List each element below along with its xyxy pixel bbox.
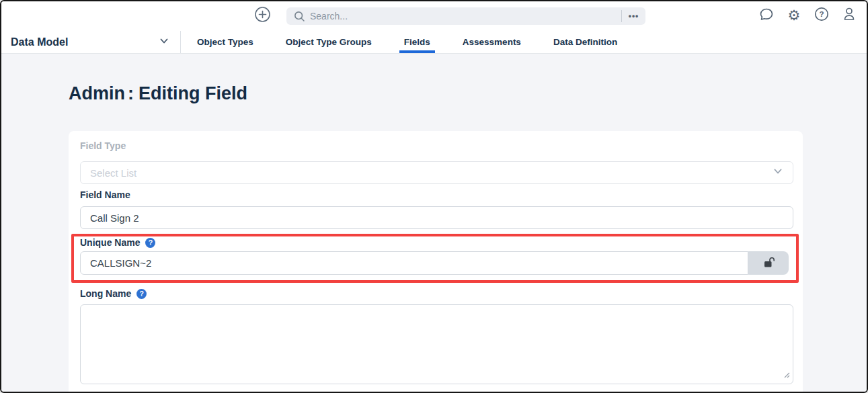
profile-button[interactable] xyxy=(840,7,858,24)
long-name-field xyxy=(80,304,793,384)
tab-fields[interactable]: Fields xyxy=(388,31,446,53)
svg-text:?: ? xyxy=(819,10,824,18)
long-name-label-text: Long Name xyxy=(80,288,131,299)
search-icon xyxy=(293,10,305,22)
unique-name-label-text: Unique Name xyxy=(80,237,140,248)
field-type-label: Field Type xyxy=(80,140,126,151)
page-title: Admin:Editing Field xyxy=(69,83,247,104)
field-name-input[interactable] xyxy=(80,206,793,229)
nav-bar: Data Model Object Types Object Type Grou… xyxy=(1,31,867,54)
unique-name-help-icon[interactable]: ? xyxy=(145,238,155,248)
page-title-separator: : xyxy=(128,83,134,103)
long-name-textarea[interactable] xyxy=(80,304,793,384)
page-title-prefix: Admin xyxy=(69,83,125,103)
long-name-help-icon[interactable]: ? xyxy=(136,289,147,299)
unique-name-label: Unique Name ? xyxy=(80,237,155,248)
field-type-placeholder: Select List xyxy=(90,167,773,179)
unlock-button[interactable] xyxy=(748,251,789,275)
chat-bubble-icon xyxy=(758,6,775,25)
field-name-label: Field Name xyxy=(80,189,130,200)
tab-assessments[interactable]: Assessments xyxy=(446,31,537,53)
search-bar: ••• xyxy=(286,7,645,25)
chat-button[interactable] xyxy=(758,7,775,24)
plus-circle-icon xyxy=(254,6,271,26)
chevron-down-icon xyxy=(159,36,169,49)
settings-button[interactable]: ⚙ xyxy=(785,7,803,24)
unique-name-group xyxy=(80,251,789,275)
chevron-down-icon xyxy=(773,166,783,179)
field-type-select[interactable]: Select List xyxy=(80,161,793,184)
nav-tabs: Object Types Object Type Groups Fields A… xyxy=(181,31,633,53)
page-title-text: Editing Field xyxy=(139,83,247,103)
gear-icon: ⚙ xyxy=(788,9,801,23)
edit-field-card: Field Type Select List Field Name Unique… xyxy=(69,131,803,392)
topbar-icons: ⚙ ? xyxy=(758,7,858,24)
context-label: Data Model xyxy=(11,36,68,48)
unlock-icon xyxy=(761,255,776,271)
long-name-label: Long Name ? xyxy=(80,288,147,299)
search-more-button[interactable]: ••• xyxy=(621,10,645,22)
unique-name-input[interactable] xyxy=(80,251,748,275)
user-icon xyxy=(841,6,857,25)
page-content: Admin:Editing Field Field Type Select Li… xyxy=(1,54,867,392)
app-window: ••• ⚙ ? xyxy=(0,0,868,393)
tab-data-definition[interactable]: Data Definition xyxy=(537,31,633,53)
search-input[interactable] xyxy=(305,11,621,21)
help-button[interactable]: ? xyxy=(813,7,830,24)
add-button[interactable] xyxy=(254,7,271,24)
tab-object-type-groups[interactable]: Object Type Groups xyxy=(270,31,388,53)
top-bar: ••• ⚙ ? xyxy=(1,1,867,31)
context-dropdown[interactable]: Data Model xyxy=(1,31,181,53)
question-circle-icon: ? xyxy=(814,6,830,25)
tab-object-types[interactable]: Object Types xyxy=(181,31,270,53)
